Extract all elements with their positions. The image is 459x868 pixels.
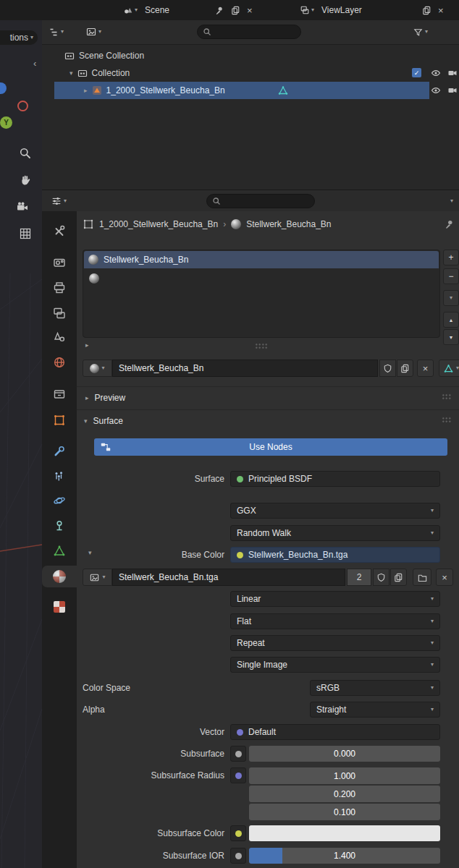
outliner-display-mode-button[interactable]: ▾	[83, 25, 104, 39]
outliner-row-object[interactable]: ▸ 1_2000_Stellwerk_Beucha_Bn	[84, 82, 225, 99]
viewlayer-name[interactable]: ViewLayer	[317, 5, 418, 15]
ortho-grid-icon[interactable]	[18, 226, 33, 241]
vector-input[interactable]: Default	[230, 724, 440, 740]
disable-render-camera-icon[interactable]	[447, 67, 458, 79]
tab-material[interactable]	[42, 566, 77, 587]
expand-arrow-icon[interactable]: ▸	[85, 341, 89, 349]
subsurface-radius-y-field[interactable]: 0.200	[249, 786, 440, 802]
preview-panel-header[interactable]: ▸ Preview	[85, 391, 125, 405]
gizmo-axis-y[interactable]: Y	[0, 116, 12, 129]
tab-modifiers[interactable]	[42, 441, 77, 462]
tab-output[interactable]	[42, 277, 77, 299]
tab-tool[interactable]	[42, 220, 77, 242]
unlink-material-button[interactable]: ×	[417, 359, 434, 377]
tab-object[interactable]	[42, 409, 77, 431]
subsurface-radius-x-field[interactable]: 1.000	[249, 767, 440, 784]
base-color-input[interactable]: Stellwerk_Beucha_Bn.tga	[230, 547, 440, 563]
nodetree-toggle-button[interactable]: ▾	[439, 359, 459, 377]
expand-arrow-icon[interactable]: ▸	[84, 87, 88, 94]
material-slot-selected[interactable]: Stellwerk_Beucha_Bn	[84, 251, 439, 268]
subsurface-ior-slider[interactable]: 1.400	[249, 848, 440, 864]
outliner-search-input[interactable]	[197, 25, 301, 39]
alpha-select[interactable]: Straight ▾	[310, 702, 440, 718]
zoom-icon[interactable]	[18, 146, 33, 161]
surface-panel-header[interactable]: ▾ Surface	[84, 414, 123, 428]
breadcrumb-object[interactable]: 1_2000_Stellwerk_Beucha_Bn	[99, 219, 218, 229]
remove-slot-button[interactable]: −	[443, 268, 459, 284]
disable-render-camera-icon[interactable]	[447, 85, 458, 96]
image-name-field[interactable]: Stellwerk_Beucha_Bn.tga	[112, 569, 345, 586]
new-scene-button[interactable]	[227, 3, 244, 17]
use-nodes-button[interactable]: Use Nodes	[94, 438, 447, 456]
color-space-select[interactable]: sRGB ▾	[310, 680, 440, 696]
material-name-field[interactable]: Stellwerk_Beucha_Bn	[112, 359, 378, 377]
tab-object-data[interactable]	[42, 540, 77, 562]
outliner-editor-type-button[interactable]: ▾	[45, 25, 67, 39]
move-slot-down-button[interactable]: ▼	[443, 329, 459, 345]
projection-select[interactable]: Flat ▾	[230, 613, 440, 629]
viewport-3d[interactable]: tions ▾ ‹ Y	[0, 20, 42, 868]
tab-particles[interactable]	[42, 466, 77, 488]
new-image-button[interactable]	[390, 569, 407, 586]
hide-eye-icon[interactable]	[430, 85, 442, 96]
tab-view-layer[interactable]	[42, 302, 77, 324]
pin-scene-button[interactable]	[211, 3, 227, 17]
unlink-image-button[interactable]: ×	[436, 569, 453, 586]
new-material-button[interactable]	[397, 359, 413, 377]
unlink-scene-button[interactable]: ×	[244, 3, 256, 17]
list-resize-grip[interactable]	[255, 343, 268, 349]
properties-search-input[interactable]	[206, 194, 315, 208]
distribution-select[interactable]: GGX ▾	[230, 503, 440, 519]
subsurface-socket-button[interactable]	[230, 746, 246, 762]
interpolation-select[interactable]: Linear ▾	[230, 591, 440, 607]
subsurface-color-socket-button[interactable]	[230, 825, 246, 841]
subsurface-radius-z-field[interactable]: 0.100	[249, 804, 440, 820]
subsurface-radius-socket-button[interactable]	[230, 767, 246, 783]
gizmo-axis-minus[interactable]	[17, 101, 28, 111]
slot-specials-button[interactable]: ▾	[443, 290, 459, 306]
tab-collection[interactable]	[42, 383, 77, 405]
collapse-panel-arrow[interactable]: ‹	[33, 58, 36, 69]
open-image-button[interactable]	[413, 569, 431, 586]
remove-viewlayer-button[interactable]: ×	[435, 3, 447, 17]
tab-render[interactable]	[42, 252, 77, 273]
move-slot-up-button[interactable]: ▲	[443, 312, 459, 328]
hide-eye-icon[interactable]	[430, 67, 442, 79]
pan-hand-icon[interactable]	[18, 173, 33, 187]
new-viewlayer-button[interactable]	[418, 3, 435, 17]
panel-drag-grip[interactable]	[442, 393, 452, 400]
properties-editor-type-button[interactable]: ▾	[48, 194, 70, 208]
breadcrumb-material[interactable]: Stellwerk_Beucha_Bn	[246, 219, 331, 229]
outliner-row-scene-collection[interactable]: Scene Collection	[64, 47, 144, 64]
tab-physics[interactable]	[42, 490, 77, 511]
add-slot-button[interactable]: +	[443, 250, 459, 265]
outliner-filter-button[interactable]: ▾	[410, 25, 431, 39]
subsurface-method-select[interactable]: Random Walk ▾	[230, 525, 440, 541]
expand-arrow-icon[interactable]: ▾	[70, 69, 73, 77]
viewlayer-browse-button[interactable]: ▾	[297, 3, 317, 17]
subsurface-ior-socket-button[interactable]	[230, 848, 246, 864]
fake-user-button[interactable]	[379, 359, 396, 377]
collection-checkbox[interactable]: ✓	[412, 68, 421, 77]
pin-icon[interactable]	[443, 218, 455, 230]
tab-constraints[interactable]	[42, 515, 77, 537]
image-users-count-button[interactable]: 2	[347, 569, 371, 586]
subsurface-color-swatch[interactable]	[249, 825, 440, 841]
chevron-down-icon[interactable]: ▾	[450, 198, 453, 204]
scene-name[interactable]: Scene	[140, 5, 211, 15]
outliner-row-collection[interactable]: ▾ Collection	[70, 64, 130, 82]
subsurface-slider[interactable]: 0.000	[249, 746, 440, 762]
tab-scene[interactable]	[42, 326, 77, 348]
browse-image-button[interactable]: ▾	[83, 569, 112, 586]
image-fake-user-button[interactable]	[373, 569, 389, 586]
panel-drag-grip[interactable]	[442, 417, 452, 423]
source-select[interactable]: Single Image ▾	[230, 657, 440, 673]
tab-world[interactable]	[42, 352, 77, 373]
surface-shader-button[interactable]: Principled BSDF	[230, 471, 440, 487]
scene-browse-button[interactable]: ▾	[120, 3, 140, 17]
options-dropdown[interactable]: tions ▾	[0, 30, 38, 45]
browse-material-button[interactable]: ▾	[83, 359, 112, 377]
camera-view-icon[interactable]	[15, 200, 30, 214]
tab-texture[interactable]	[42, 596, 77, 618]
extension-select[interactable]: Repeat ▾	[230, 635, 440, 651]
